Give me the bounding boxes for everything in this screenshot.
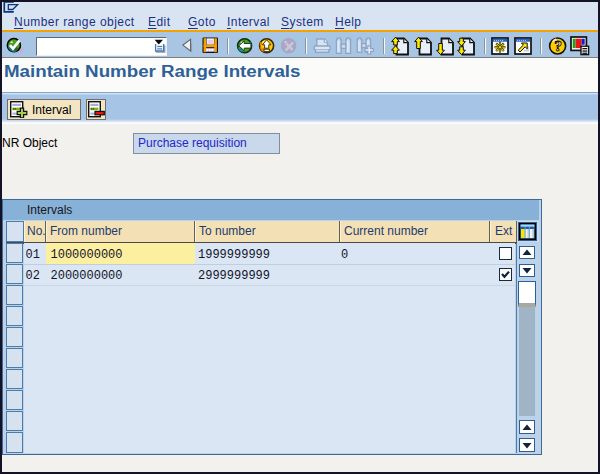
svg-text:?: ? [554,37,562,54]
